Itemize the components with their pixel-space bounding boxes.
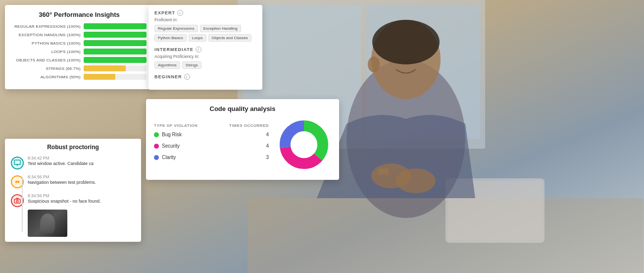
bar-track xyxy=(84,57,147,63)
violation-count: 3 xyxy=(266,155,269,160)
event-text-3: 8:34:56 PM Suspicious snapshot - no face… xyxy=(28,193,101,204)
bar-label: OBJECTS AND CLASSES (100%) xyxy=(12,58,84,62)
proctoring-events: 8:34:42 PM Test window active. Candidate… xyxy=(11,156,135,237)
expert-sub: Proficient in: xyxy=(154,17,256,22)
skill-tag: Algorithms xyxy=(154,61,180,69)
svg-rect-22 xyxy=(14,199,20,203)
event-time-3: 8:34:56 PM xyxy=(28,193,101,198)
expert-tags: Regular ExpressionsException HandlingPyt… xyxy=(154,25,256,42)
bar-row: EXCEPTION HANDLING (100%) xyxy=(12,32,147,38)
bar-label: LOOPS (100%) xyxy=(12,50,84,54)
violation-dot xyxy=(154,132,159,137)
expert-section: EXPERT i Proficient in: Regular Expressi… xyxy=(154,10,256,42)
violation-count: 4 xyxy=(266,143,269,149)
bar-row: STRINGS (66.7%) xyxy=(12,65,147,71)
bar-fill xyxy=(84,49,147,55)
cq-col1: TYPE OF VIOLATION xyxy=(154,123,198,128)
beginner-label: BEGINNER xyxy=(154,74,182,79)
bar-fill xyxy=(84,23,147,29)
cq-row-left: Clarity xyxy=(154,155,176,160)
intermediate-label: INTERMEDIATE xyxy=(154,47,194,52)
skill-tag: Python Basics xyxy=(154,34,187,42)
bar-label: STRINGS (66.7%) xyxy=(12,66,84,71)
beginner-info-icon[interactable]: i xyxy=(184,74,190,80)
expert-label: EXPERT xyxy=(154,10,175,15)
proctoring-title: Robust proctoring xyxy=(11,144,135,151)
violation-count: 4 xyxy=(266,132,269,137)
timeline-line xyxy=(22,176,23,232)
expert-info-icon[interactable]: i xyxy=(177,10,183,16)
event-row-1: 8:34:42 PM Test window active. Candidate… xyxy=(11,156,135,169)
bar-label: PYTHON BASICS (100%) xyxy=(12,41,84,46)
snapshot-thumbnail xyxy=(28,210,67,237)
svg-point-10 xyxy=(368,56,380,72)
performance-card: 360° Performance Insights REGULAR EXPRES… xyxy=(5,5,153,89)
intermediate-info-icon[interactable]: i xyxy=(196,47,201,53)
cq-row: Security 4 xyxy=(154,143,269,149)
event-row-2: 8:34:56 PM Navigation between test probl… xyxy=(11,174,135,188)
code-quality-card: Code quality analysis TYPE OF VIOLATION … xyxy=(146,99,339,180)
bar-label: ALGORITHMS (50%) xyxy=(12,75,84,79)
skill-tag: Objects and Classes xyxy=(208,34,251,42)
bar-row: REGULAR EXPRESSIONS (100%) xyxy=(12,23,147,29)
event-time-1: 8:34:42 PM xyxy=(28,156,94,161)
bar-row: PYTHON BASICS (100%) xyxy=(12,40,147,46)
bar-fill xyxy=(84,74,115,80)
event-text-1: 8:34:42 PM Test window active. Candidate… xyxy=(28,156,94,166)
beginner-section: BEGINNER i xyxy=(154,74,256,80)
bar-row: OBJECTS AND CLASSES (100%) xyxy=(12,57,147,63)
code-quality-title: Code quality analysis xyxy=(154,105,331,112)
cq-row: Clarity 3 xyxy=(154,155,269,160)
skill-tag: Strings xyxy=(182,61,201,69)
bar-track xyxy=(84,32,147,38)
violation-label: Security xyxy=(162,143,180,149)
intermediate-section: INTERMEDIATE i Acquiring Proficiency in:… xyxy=(154,47,256,69)
bar-fill xyxy=(84,57,147,63)
cq-header: TYPE OF VIOLATION TIMES OCCURRED xyxy=(154,123,269,128)
event-desc-2: Navigation between test problems. xyxy=(28,180,96,185)
skill-tag: Loops xyxy=(189,34,206,42)
cq-col2: TIMES OCCURRED xyxy=(229,123,269,128)
svg-point-9 xyxy=(372,20,440,64)
event-desc-3: Suspicious snapshot - no face found. xyxy=(28,199,101,204)
violation-label: Bug Risk xyxy=(162,132,182,137)
svg-rect-19 xyxy=(14,160,20,164)
cq-rows: Bug Risk 4 Security 4 Clarity 3 xyxy=(154,132,269,160)
skill-tag: Exception Handling xyxy=(200,25,241,32)
violation-dot xyxy=(154,155,159,160)
cq-table: TYPE OF VIOLATION TIMES OCCURRED Bug Ris… xyxy=(154,123,269,166)
bar-track xyxy=(84,74,147,80)
donut-chart xyxy=(277,117,331,172)
event-row-3: 8:34:56 PM Suspicious snapshot - no face… xyxy=(11,193,135,207)
bar-track xyxy=(84,65,147,71)
bar-fill xyxy=(84,32,147,38)
intermediate-tags: AlgorithmsStrings xyxy=(154,61,256,69)
bar-track xyxy=(84,49,147,55)
skills-panel: EXPERT i Proficient in: Regular Expressi… xyxy=(149,5,262,90)
bar-fill xyxy=(84,65,126,71)
violation-dot xyxy=(154,144,159,149)
cq-row-left: Security xyxy=(154,143,180,149)
bar-label: EXCEPTION HANDLING (100%) xyxy=(12,33,84,37)
cq-row-left: Bug Risk xyxy=(154,132,182,137)
svg-point-18 xyxy=(291,131,317,158)
skill-tag: Regular Expressions xyxy=(154,25,198,32)
bar-track xyxy=(84,40,147,46)
bar-row: ALGORITHMS (50%) xyxy=(12,74,147,80)
svg-point-13 xyxy=(396,168,436,193)
violation-label: Clarity xyxy=(162,155,176,160)
proctoring-card: Robust proctoring 8:34:42 PM Test window… xyxy=(5,139,141,242)
event-desc-1: Test window active. Candidate ca xyxy=(28,161,94,166)
bar-label: REGULAR EXPRESSIONS (100%) xyxy=(12,24,84,29)
intermediate-sub: Acquiring Proficiency in: xyxy=(154,54,256,59)
monitor-icon xyxy=(11,157,24,169)
cq-row: Bug Risk 4 xyxy=(154,132,269,137)
svg-point-23 xyxy=(16,200,18,202)
performance-title: 360° Performance Insights xyxy=(12,11,147,18)
bar-fill xyxy=(84,40,147,46)
bar-row: LOOPS (100%) xyxy=(12,49,147,55)
bars-container: REGULAR EXPRESSIONS (100%) EXCEPTION HAN… xyxy=(12,23,147,80)
cq-content: TYPE OF VIOLATION TIMES OCCURRED Bug Ris… xyxy=(154,117,331,172)
event-time-2: 8:34:56 PM xyxy=(28,174,96,179)
event-text-2: 8:34:56 PM Navigation between test probl… xyxy=(28,174,96,185)
